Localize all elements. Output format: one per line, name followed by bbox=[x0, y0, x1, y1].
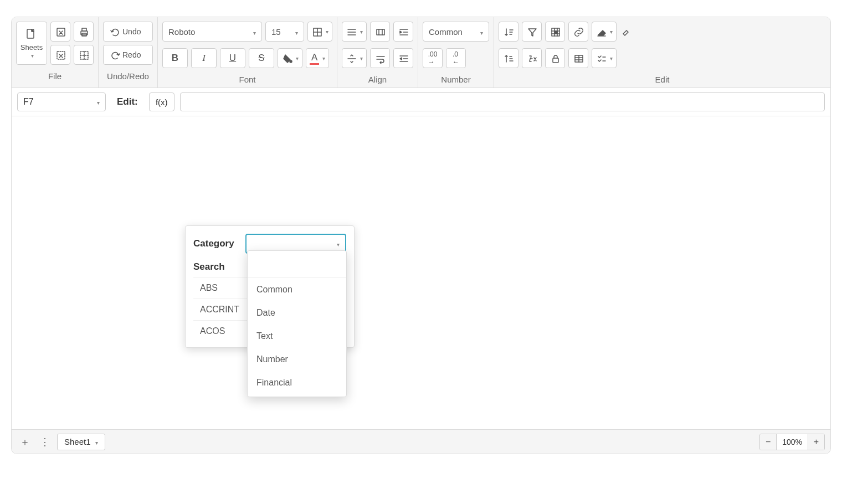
valign-button[interactable]: ▾ bbox=[342, 48, 367, 68]
svg-point-8 bbox=[290, 60, 292, 63]
svg-rect-11 bbox=[555, 31, 557, 34]
zoom-value: 100% bbox=[777, 438, 808, 446]
paint-format-button[interactable] bbox=[620, 22, 631, 42]
merge-button[interactable] bbox=[370, 22, 390, 42]
excel-import-icon bbox=[55, 49, 66, 60]
underline-button[interactable]: U bbox=[220, 48, 245, 68]
link-icon bbox=[573, 26, 584, 37]
category-option[interactable]: Number bbox=[248, 348, 346, 371]
svg-rect-12 bbox=[553, 58, 558, 63]
svg-rect-4 bbox=[82, 28, 86, 31]
ribbon-group-undoredo: Undo Redo Undo/Redo bbox=[99, 17, 158, 88]
category-option[interactable]: Common bbox=[248, 278, 346, 301]
inc-decimal-icon: .00→ bbox=[428, 50, 438, 66]
cell-reference-input[interactable]: F7 bbox=[17, 92, 106, 111]
borders-button[interactable]: ▾ bbox=[307, 22, 332, 42]
print-button[interactable] bbox=[74, 22, 94, 42]
font-group-label: Font bbox=[162, 71, 332, 85]
font-color-button[interactable]: A▾ bbox=[306, 48, 329, 68]
dec-decimal-button[interactable]: .0← bbox=[446, 48, 466, 68]
table-icon bbox=[573, 53, 584, 64]
edit-group-label: Edit bbox=[499, 71, 826, 85]
ribbon-group-edit: ▾ ▾ Edit bbox=[494, 17, 830, 88]
edit-label: Edit: bbox=[111, 96, 143, 107]
grid-button[interactable] bbox=[74, 45, 94, 65]
redo-button[interactable]: Redo bbox=[103, 45, 153, 65]
zoom-in-button[interactable]: + bbox=[808, 434, 824, 450]
indent-inc-icon bbox=[398, 26, 409, 37]
valign-icon bbox=[346, 53, 357, 64]
filter-icon bbox=[526, 26, 537, 37]
validation-button[interactable]: ▾ bbox=[592, 48, 617, 68]
clear-button[interactable]: ▾ bbox=[592, 22, 617, 42]
brush-icon bbox=[620, 26, 631, 37]
category-option[interactable]: Financial bbox=[248, 371, 346, 394]
dec-decimal-icon: .0← bbox=[453, 50, 459, 66]
category-option[interactable]: Text bbox=[248, 325, 346, 348]
sheets-icon bbox=[24, 28, 39, 42]
paint-icon bbox=[281, 53, 292, 64]
sheet-menu-button[interactable]: ⋮ bbox=[37, 434, 53, 450]
strike-button[interactable]: S bbox=[249, 48, 274, 68]
fx-button[interactable]: f(x) bbox=[149, 92, 174, 111]
excel-icon bbox=[55, 26, 66, 37]
fx-icon bbox=[526, 53, 537, 64]
halign-button[interactable]: ▾ bbox=[342, 22, 367, 42]
font-size-select[interactable]: 15 bbox=[265, 22, 304, 42]
eraser-icon bbox=[595, 26, 607, 37]
align-group-label: Align bbox=[342, 71, 413, 85]
borders-icon bbox=[311, 26, 322, 37]
formula-input[interactable] bbox=[180, 92, 825, 111]
ribbon-group-font: Roboto 15 ▾ B I U S ▾ A▾ Font bbox=[158, 17, 337, 88]
add-sheet-button[interactable]: ＋ bbox=[17, 434, 33, 450]
lock-button[interactable] bbox=[545, 48, 565, 68]
sheets-button[interactable]: Sheets ▾ bbox=[16, 22, 47, 65]
redo-icon bbox=[109, 49, 120, 60]
zoom-control: − 100% + bbox=[759, 434, 825, 450]
category-option[interactable]: Date bbox=[248, 301, 346, 325]
indent-inc-button[interactable] bbox=[393, 22, 413, 42]
sort-desc-button[interactable] bbox=[499, 48, 518, 68]
link-button[interactable] bbox=[568, 22, 588, 42]
checklist-icon bbox=[595, 53, 607, 64]
wrap-button[interactable] bbox=[370, 48, 390, 68]
sortdesc-icon bbox=[503, 53, 514, 64]
undo-button[interactable]: Undo bbox=[103, 22, 153, 42]
excel-import-button[interactable] bbox=[50, 45, 70, 65]
number-format-select[interactable]: Common bbox=[423, 22, 489, 42]
undoredo-group-label: Undo/Redo bbox=[103, 68, 153, 82]
ribbon: Sheets ▾ File Undo Redo Un bbox=[12, 17, 830, 88]
sort-icon bbox=[503, 26, 514, 37]
indent-dec-button[interactable] bbox=[393, 48, 413, 68]
inc-decimal-button[interactable]: .00→ bbox=[423, 48, 443, 68]
category-label: Category bbox=[193, 238, 239, 249]
ribbon-group-number: Common .00→ .0← Number bbox=[418, 17, 494, 88]
indent-dec-icon bbox=[398, 53, 409, 64]
category-dropdown: Common Date Text Number Financial bbox=[247, 250, 347, 397]
sheets-label: Sheets bbox=[20, 43, 43, 52]
cond-format-button[interactable] bbox=[545, 22, 565, 42]
merge-icon bbox=[374, 26, 386, 37]
sort-button[interactable] bbox=[499, 22, 518, 42]
condformat-icon bbox=[550, 26, 561, 37]
fill-color-button[interactable]: ▾ bbox=[278, 48, 302, 68]
filter-button[interactable] bbox=[522, 22, 542, 42]
functions-button[interactable] bbox=[522, 48, 542, 68]
undo-icon bbox=[109, 26, 120, 37]
file-group-label: File bbox=[16, 68, 94, 82]
excel-export-button[interactable] bbox=[50, 22, 70, 42]
bold-button[interactable]: B bbox=[162, 48, 188, 68]
font-family-select[interactable]: Roboto bbox=[162, 22, 262, 42]
zoom-out-button[interactable]: − bbox=[760, 434, 777, 450]
grid-icon bbox=[78, 49, 89, 60]
formula-bar: F7 Edit: f(x) bbox=[12, 88, 830, 116]
italic-button[interactable]: I bbox=[191, 48, 217, 68]
halign-icon bbox=[346, 26, 357, 37]
wrap-icon bbox=[374, 53, 386, 64]
sheet-tab[interactable]: Sheet1 bbox=[57, 434, 105, 450]
number-group-label: Number bbox=[423, 71, 489, 85]
table-button[interactable] bbox=[568, 48, 588, 68]
spreadsheet-grid[interactable]: Category Search ABS ACCRINT ACOS Common … bbox=[12, 116, 830, 429]
search-label: Search bbox=[193, 261, 239, 272]
status-bar: ＋ ⋮ Sheet1 − 100% + bbox=[12, 429, 830, 454]
